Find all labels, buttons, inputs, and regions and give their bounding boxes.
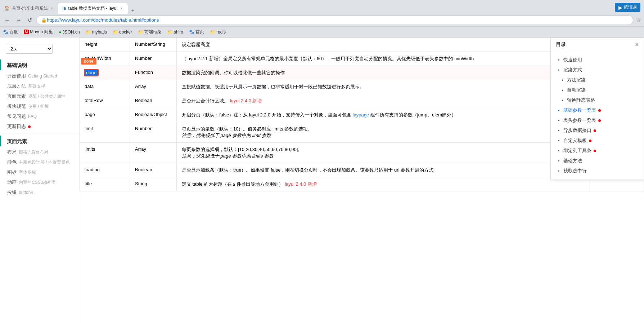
tencent-logo: ▶ 腾讯课	[615, 3, 640, 12]
sidebar-item-animation[interactable]: 动画 内置的CSS3动画类	[0, 177, 79, 187]
tab-title: 首页-汽车出租系统	[12, 5, 48, 12]
bookmarks-bar: 🐾 百度 M Maven-阿里 ● JSON.cn 📁 mybatis 📁 do…	[0, 27, 644, 37]
bookmark-shiro[interactable]: 📁 shiro	[167, 30, 183, 35]
sidebar-item-getting-started[interactable]: 开始使用 Getting Started	[0, 71, 79, 81]
version-dropdown[interactable]: 2.x 1.x	[6, 44, 53, 54]
param-desc-totalrow: 是否开启合计行区域。 layui 2.4.0 新增	[177, 94, 590, 108]
sidebar-item-layout[interactable]: 布局 栅格 / 后台布局	[0, 147, 79, 157]
toc-header: 目录 ×	[551, 38, 644, 51]
param-desc-loading: 是否显示加载条（默认：true）。如果设置 false，则在切换分页时，不会出现…	[177, 163, 590, 177]
param-type-done: Function	[130, 66, 177, 80]
tencent-label: 腾讯课	[624, 4, 637, 10]
param-desc-limits: 每页条数的选择项，默认：[10,20,30,40,50,60,70,80,90]…	[177, 143, 590, 163]
tab-icon: 🏠	[4, 6, 10, 11]
param-name-title: title	[80, 177, 130, 191]
toc-item-method-render[interactable]: 方法渲染	[551, 75, 644, 85]
tab-icon-layui: la	[62, 6, 66, 11]
done-selected-text: done	[85, 70, 98, 76]
tab-layui-docs[interactable]: la table 数据表格文档 - layui ×	[58, 3, 127, 14]
toc-item-bind-toolbar[interactable]: 绑定列工具条	[551, 146, 644, 156]
toc-item-basic-methods[interactable]: 基础方法	[551, 156, 644, 166]
toc-item-header-params[interactable]: 表头参数一览表	[551, 115, 644, 125]
param-type-data: Array	[130, 80, 177, 94]
back-button[interactable]: ←	[3, 16, 12, 24]
bookmark-maven[interactable]: M Maven-阿里	[24, 29, 53, 35]
toc-item-static-table[interactable]: 转换静态表格	[551, 95, 644, 105]
url-text: https://www.layui.com/doc/modules/table.…	[47, 17, 159, 23]
async-api-dot	[594, 129, 596, 132]
bookmark-baidu[interactable]: 🐾 百度	[3, 29, 18, 35]
totalrow-new-badge: layui 2.4.0 新增	[230, 98, 262, 103]
toc-list: 快速使用 渲染方式 方法渲染 自动渲染 转换静态表格 基础参数一览表	[551, 51, 644, 180]
toc-panel: 目录 × 快速使用 渲染方式 方法渲染 自动渲染 转换静态表格	[550, 37, 644, 180]
param-type-page: Boolean/Object	[130, 108, 177, 122]
tab-close-2[interactable]: ×	[120, 6, 123, 10]
param-desc-limit: 每页显示的条数（默认：10）。值务必对应 limits 参数的选项。 注意：优先…	[177, 122, 590, 143]
param-type-limit: Number	[130, 122, 177, 143]
sidebar-version-selector[interactable]: 2.x 1.x	[0, 41, 79, 57]
title-new-badge: layui 2.4.0 新增	[285, 181, 317, 187]
param-name-cellminwidth: cellMinWidth	[80, 52, 130, 66]
sidebar-item-module-spec[interactable]: 模块规范 使用 / 扩展	[0, 101, 79, 111]
new-tab-button[interactable]: +	[128, 7, 138, 14]
toc-close-button[interactable]: ×	[635, 41, 639, 48]
bookmark-redis[interactable]: 📁 redis	[210, 30, 226, 35]
param-desc-cellminwidth: （layui 2.2.1 新增）全局定义所有常规单元格的最小宽度（默认：60），…	[177, 52, 590, 66]
param-name-totalrow: totalRow	[80, 94, 130, 108]
toc-item-get-selected[interactable]: 获取选中行	[551, 166, 644, 176]
forward-button[interactable]: →	[14, 16, 23, 24]
address-bar[interactable]: 🔒 https://www.layui.com/doc/modules/tabl…	[36, 16, 633, 25]
header-params-dot	[598, 119, 601, 122]
toc-item-auto-render[interactable]: 自动渲染	[551, 85, 644, 95]
toc-title: 目录	[556, 41, 566, 48]
bookmark-star-icon[interactable]: ☆	[636, 17, 641, 23]
sidebar-section-basic: 基础说明	[0, 59, 79, 70]
bind-toolbar-dot	[594, 150, 596, 152]
toc-item-quick-use[interactable]: 快速使用	[551, 55, 644, 65]
bookmark-docker[interactable]: 📁 docker	[113, 30, 132, 35]
laypage-link[interactable]: laypage	[353, 112, 369, 118]
param-desc-title: 定义 table 的大标题（在文件导出等地方会用到） layui 2.4.0 新…	[177, 177, 590, 191]
param-name-data: data	[80, 80, 130, 94]
toc-item-custom-template[interactable]: 自定义模板	[551, 136, 644, 146]
toc-item-async-api[interactable]: 异步数据接口	[551, 125, 644, 136]
basic-params-dot	[598, 109, 601, 112]
main-content: height Number/String 设定容器高度 详见height cel…	[79, 37, 644, 323]
sidebar-item-core-methods[interactable]: 底层方法 基础支撑	[0, 81, 79, 91]
param-name-page: page	[80, 108, 130, 122]
sidebar-section-page-elements: 页面元素	[0, 136, 79, 146]
param-type-loading: Boolean	[130, 163, 177, 177]
param-type-title: String	[130, 177, 177, 191]
bookmark-json[interactable]: ● JSON.cn	[59, 30, 80, 35]
toc-item-basic-params[interactable]: 基础参数一览表	[551, 105, 644, 115]
sidebar-item-page-elements[interactable]: 页面元素 规范 / 公共类 / 属性	[0, 91, 79, 101]
sidebar-item-changelog[interactable]: 更新日志	[0, 121, 79, 132]
bookmark-mybatis[interactable]: 📁 mybatis	[86, 30, 107, 35]
param-type-totalrow: Boolean	[130, 94, 177, 108]
param-name-done: done done	[80, 66, 130, 80]
tab-close-1[interactable]: ×	[50, 6, 54, 10]
param-type-limits: Array	[130, 143, 177, 163]
param-type-height: Number/String	[130, 38, 177, 52]
play-icon: ▶	[618, 5, 622, 10]
param-name-loading: loading	[80, 163, 130, 177]
custom-template-dot	[589, 140, 591, 142]
param-name-height: height	[80, 38, 130, 52]
sidebar-item-icon[interactable]: 图标 字体图标	[0, 167, 79, 177]
tab-car-rental[interactable]: 🏠 首页-汽车出租系统 ×	[0, 3, 58, 14]
sidebar-item-faq[interactable]: 常见问题 FAQ	[0, 111, 79, 121]
lock-icon: 🔒	[41, 17, 47, 23]
bookmark-frontend[interactable]: 📁 前端框架	[138, 29, 162, 35]
param-desc-done: 数据渲染完的回调。你可以借此做一些其它的操作	[177, 66, 590, 80]
toc-item-render[interactable]: 渲染方式	[551, 65, 644, 75]
param-type-cellminwidth: Number	[130, 52, 177, 66]
sidebar: 2.x 1.x 基础说明 开始使用 Getting Started 底层方法 基…	[0, 37, 79, 323]
sidebar-item-color[interactable]: 颜色 主题色设计层 / 内置背景色	[0, 157, 79, 167]
changelog-dot	[28, 125, 31, 128]
sidebar-item-button[interactable]: 按钮 button组	[0, 187, 79, 198]
param-desc-height: 设定容器高度	[177, 38, 590, 52]
param-name-limit: limit	[80, 122, 130, 143]
bookmark-home[interactable]: 🐾 首页	[189, 29, 204, 35]
refresh-button[interactable]: ↺	[26, 16, 33, 24]
param-desc-page: 开启分页（默认：false）注：从 layui 2.2.0 开始，支持传入一个对…	[177, 108, 590, 122]
